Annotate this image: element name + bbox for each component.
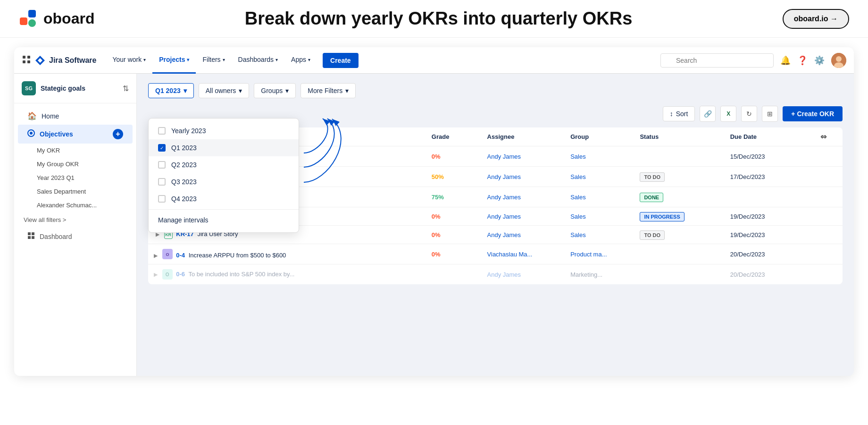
dropdown-item-q1-2023[interactable]: ✓ Q1 2023 [149,139,299,156]
due-date-cell [725,187,815,207]
grid-icon[interactable] [22,55,31,66]
assignee-cell: Viachaslau Ma... [482,244,565,264]
checkbox-q4-2023[interactable] [158,195,166,203]
expand-button[interactable]: ⊞ [762,106,778,122]
assignee-link[interactable]: Andy James [487,271,521,278]
group-cell: Sales [565,207,634,226]
assignee-cell: Andy James [482,207,565,226]
link-button[interactable]: 🔗 [700,106,716,122]
assignee-cell: Andy James [482,146,565,167]
status-badge: TO DO [640,230,665,240]
groups-filter[interactable]: Groups ▾ [254,83,296,98]
checkbox-q3-2023[interactable] [158,178,166,186]
svg-point-8 [836,56,842,62]
sort-button[interactable]: ↕ Sort [663,106,695,121]
chevron-down-icon: ▾ [275,57,278,62]
settings-icon[interactable]: ⚙️ [814,55,825,66]
refresh-button[interactable]: ↻ [741,106,757,122]
status-cell: TO DO [634,226,724,244]
create-button[interactable]: Create [323,53,359,68]
table-row: ▶ O 0-4 Increase ARPPU from $500 to $600 [148,244,843,264]
sort-icon: ↕ [670,110,673,118]
project-switcher-icon[interactable]: ⇅ [123,84,129,93]
nav-item-your-work[interactable]: Your work ▾ [106,47,152,74]
assignee-cell: Andy James [482,264,565,285]
grade-cell: 0% [426,207,482,226]
expand-icon[interactable]: ▶ [154,253,158,258]
dropdown-item-q4-2023[interactable]: Q4 2023 [149,190,299,207]
manage-intervals-link[interactable]: Manage intervals [149,212,299,229]
svg-rect-6 [27,60,30,63]
notifications-icon[interactable]: 🔔 [780,55,791,66]
chevron-down-icon: ▾ [308,57,310,62]
assignee-link[interactable]: Viachaslau Ma... [487,251,533,258]
svg-rect-5 [23,60,25,63]
view-all-filters[interactable]: View all filters > [14,212,136,228]
due-date-cell: 15/Dec/2023 [725,146,815,167]
help-icon[interactable]: ❓ [797,55,808,66]
create-okr-button[interactable]: + Create OKR [783,106,843,121]
checkbox-yearly-2023[interactable] [158,127,166,135]
home-icon: 🏠 [27,111,37,120]
search-input[interactable] [660,53,774,68]
sidebar-sub-item-my-group-okr[interactable]: My Group OKR [31,157,133,171]
expand-icon[interactable]: ▶ [154,272,158,277]
assignee-link[interactable]: Andy James [487,231,521,238]
user-avatar[interactable] [831,53,846,68]
project-icon: SG [22,81,36,95]
grade-cell: 50% [426,167,482,187]
due-date-cell: 19/Dec/2023 [725,226,815,244]
checkbox-q2-2023[interactable] [158,161,166,169]
assignee-cell: Andy James [482,187,565,207]
sidebar-sub-item-alexander[interactable]: Alexander Schumac... [31,198,133,212]
add-objectives-button[interactable]: + [113,129,123,139]
sidebar-item-dashboard[interactable]: Dashboard [18,228,133,245]
sidebar-item-objectives[interactable]: Objectives + [18,125,133,144]
nav-item-apps[interactable]: Apps ▾ [284,47,317,74]
svg-rect-14 [28,236,31,239]
more-filters-filter[interactable]: More Filters ▾ [300,83,356,98]
assignee-link[interactable]: Andy James [487,153,521,160]
oboard-link-button[interactable]: oboard.io → [783,9,849,29]
dropdown-item-q2-2023[interactable]: Q2 2023 [149,156,299,173]
checkbox-q1-2023[interactable]: ✓ [158,144,166,152]
col-adjust: ⇔ [815,128,843,146]
export-excel-button[interactable]: X [720,106,736,122]
grade-cell: 0% [426,226,482,244]
top-banner: oboard Break down yearly OKRs into quart… [0,0,868,38]
dropdown-item-q3-2023[interactable]: Q3 2023 [149,173,299,190]
project-header: SG Stategic goals ⇅ [14,74,136,103]
status-cell: DONE [634,187,724,207]
sidebar-sub-item-my-okr[interactable]: My OKR [31,144,133,157]
all-owners-filter[interactable]: All owners ▾ [199,83,250,98]
nav-item-projects[interactable]: Projects ▾ [152,47,196,74]
adjust-columns-icon[interactable]: ⇔ [820,133,826,141]
nav-item-dashboards[interactable]: Dashboards ▾ [232,47,285,74]
project-name: Stategic goals [41,85,123,92]
grade-cell [426,264,482,285]
sidebar-sub-item-year-2023-q1[interactable]: Year 2023 Q1 [31,171,133,185]
dropdown-item-yearly-2023[interactable]: Yearly 2023 [149,122,299,139]
nav-item-filters[interactable]: Filters ▾ [196,47,231,74]
objective-cell: ▶ O 0-4 Increase ARPPU from $500 to $600 [148,244,426,264]
assignee-link[interactable]: Andy James [487,173,521,180]
col-status: Status [634,128,724,146]
table-row: ▶ O 0-6 To be included into S&P 500 inde… [148,264,843,285]
assignee-link[interactable]: Andy James [487,194,521,201]
due-date-cell: 20/Dec/2023 [725,264,815,285]
group-cell: Sales [565,226,634,244]
chevron-down-icon: ▾ [223,57,225,62]
jira-logo-icon [35,55,45,66]
svg-rect-3 [23,56,25,59]
svg-text:O: O [166,252,169,257]
svg-rect-4 [27,56,30,59]
action-cell [815,167,843,187]
col-group: Group [565,128,634,146]
assignee-link[interactable]: Andy James [487,213,521,220]
sidebar-nav: 🏠 Home Objectives + [14,103,136,249]
period-filter-button[interactable]: Q1 2023 ▾ [148,83,194,98]
group-cell: Marketing... [565,264,634,285]
status-cell: IN PROGRESS [634,207,724,226]
sidebar-sub-item-sales-dept[interactable]: Sales Department [31,185,133,198]
sidebar-item-home[interactable]: 🏠 Home [18,107,133,125]
